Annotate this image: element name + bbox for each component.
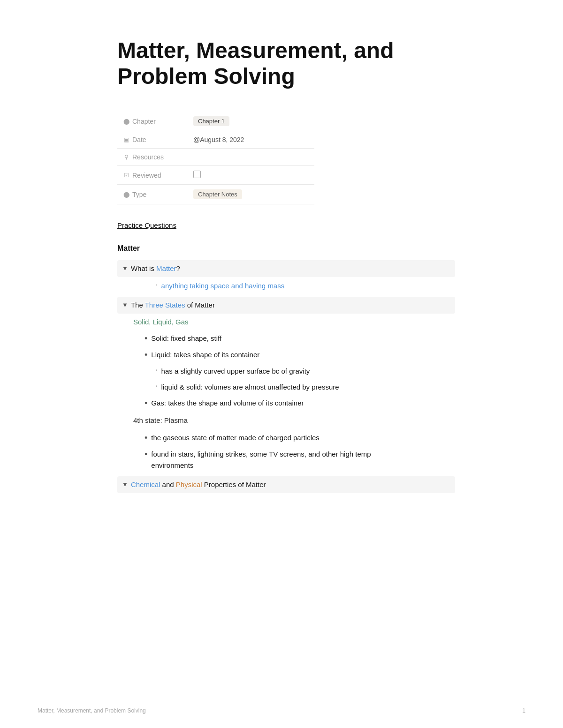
bullet-dot-gas: • bbox=[145, 398, 147, 409]
matter-heading: Matter bbox=[117, 242, 455, 255]
bullet-gas: • Gas: takes the shape and volume of its… bbox=[140, 395, 455, 412]
reviewed-checkbox[interactable] bbox=[193, 171, 201, 178]
type-value[interactable]: Chapter Notes bbox=[193, 189, 242, 199]
toggle-what-is-matter: ▼ What is Matter? ◦ anything taking spac… bbox=[117, 260, 455, 294]
circle-bullet-volumes: ◦ bbox=[156, 382, 158, 391]
chapter-icon: ⬤ bbox=[123, 118, 129, 125]
toggle-chemical-physical: ▼ Chemical and Physical Properties of Ma… bbox=[117, 476, 455, 493]
bullet-solid: • Solid: fixed shape, stiff bbox=[140, 330, 455, 347]
page-title: Matter, Measurement, and Problem Solving bbox=[117, 38, 455, 89]
resources-icon: ⚲ bbox=[123, 154, 129, 160]
bullet-dot-plasma2: • bbox=[145, 449, 147, 460]
properties-table: ⬤ Chapter Chapter 1 ▣ Date @August 8 bbox=[117, 112, 314, 204]
toggle2-states-link[interactable]: Three States bbox=[145, 301, 185, 309]
matter-bullet-1: anything taking space and having mass bbox=[161, 280, 285, 292]
toggle2-text-after: of Matter bbox=[185, 301, 215, 309]
reviewed-icon: ☑ bbox=[123, 172, 129, 179]
bullet-dot-plasma1: • bbox=[145, 432, 147, 444]
bullet-liquid: • Liquid: takes shape of its container bbox=[140, 347, 455, 363]
toggle1-matter-link[interactable]: Matter bbox=[156, 264, 176, 272]
toggle1-text-before: What is bbox=[131, 264, 156, 272]
toggle-arrow-1: ▼ bbox=[122, 264, 128, 274]
bullet-plasma-2: • found in stars, lightning strikes, som… bbox=[140, 446, 455, 473]
property-row-date: ▣ Date @August 8, 2022 bbox=[117, 131, 314, 149]
toggle-arrow-3: ▼ bbox=[122, 480, 128, 490]
bullet-dot-liquid: • bbox=[145, 349, 147, 361]
sub-bullet-volumes: ◦ liquid & solid: volumes are almost una… bbox=[151, 379, 455, 395]
toggle3-text-after: Properties of Matter bbox=[202, 480, 266, 488]
footer-title: Matter, Measurement, and Problem Solving bbox=[38, 707, 146, 714]
toggle-three-states: ▼ The Three States of Matter Solid, Liqu… bbox=[117, 297, 455, 473]
bullet-dot-solid: • bbox=[145, 333, 147, 345]
date-icon: ▣ bbox=[123, 136, 129, 143]
sub-bullet-curved: ◦ has a slightly curved upper surface bc… bbox=[151, 363, 455, 379]
circle-bullet-curved: ◦ bbox=[156, 366, 158, 375]
chapter-value[interactable]: Chapter 1 bbox=[193, 116, 229, 126]
resources-label: Resources bbox=[132, 153, 164, 161]
footer-page: 1 bbox=[522, 707, 525, 714]
fourth-state-label: 4th state: Plasma bbox=[117, 412, 455, 429]
type-icon: ⬤ bbox=[123, 191, 129, 198]
date-value: @August 8, 2022 bbox=[193, 136, 244, 143]
toggle-arrow-2: ▼ bbox=[122, 300, 128, 310]
property-row-chapter: ⬤ Chapter Chapter 1 bbox=[117, 112, 314, 131]
type-label: Type bbox=[132, 191, 146, 198]
reviewed-label: Reviewed bbox=[132, 172, 161, 179]
practice-questions-link[interactable]: Practice Questions bbox=[117, 221, 455, 229]
date-label: Date bbox=[132, 136, 146, 143]
bullet-plasma-1: • the gaseous state of matter made of ch… bbox=[140, 430, 455, 446]
toggle1-text-after: ? bbox=[176, 264, 180, 272]
property-row-type: ⬤ Type Chapter Notes bbox=[117, 185, 314, 204]
toggle3-chemical-link[interactable]: Chemical bbox=[131, 480, 160, 488]
notes-section: Matter ▼ What is Matter? ◦ anything taki… bbox=[117, 242, 455, 493]
circle-bullet-1: ◦ bbox=[156, 280, 158, 290]
chapter-label: Chapter bbox=[132, 118, 156, 125]
property-row-resources: ⚲ Resources bbox=[117, 149, 314, 166]
states-subtitle: Solid, Liquid, Gas bbox=[117, 315, 455, 330]
property-row-reviewed: ☑ Reviewed bbox=[117, 166, 314, 185]
toggle2-text-before: The bbox=[131, 301, 145, 309]
toggle3-physical-link[interactable]: Physical bbox=[176, 480, 202, 488]
page-footer: Matter, Measurement, and Problem Solving… bbox=[0, 707, 563, 714]
toggle3-text-mid: and bbox=[160, 480, 175, 488]
